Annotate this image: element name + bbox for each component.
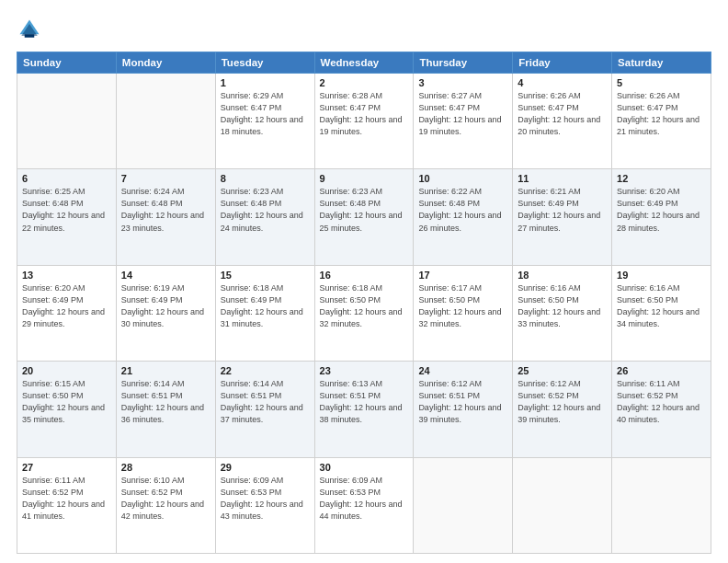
calendar-cell: 20Sunrise: 6:15 AMSunset: 6:50 PMDayligh… <box>17 362 117 457</box>
day-info: Sunrise: 6:27 AMSunset: 6:47 PMDaylight:… <box>418 90 507 138</box>
day-number: 2 <box>320 77 409 88</box>
day-info: Sunrise: 6:20 AMSunset: 6:49 PMDaylight:… <box>22 282 111 330</box>
weekday-header-sunday: Sunday <box>17 52 117 74</box>
calendar-cell: 17Sunrise: 6:17 AMSunset: 6:50 PMDayligh… <box>414 265 513 361</box>
day-number: 28 <box>121 462 210 473</box>
day-info: Sunrise: 6:11 AMSunset: 6:52 PMDaylight:… <box>617 378 706 426</box>
calendar-cell <box>612 457 711 553</box>
calendar-cell: 4Sunrise: 6:26 AMSunset: 6:47 PMDaylight… <box>513 74 612 169</box>
day-number: 30 <box>320 462 409 473</box>
day-number: 5 <box>617 77 706 88</box>
day-info: Sunrise: 6:16 AMSunset: 6:50 PMDaylight:… <box>617 282 706 330</box>
calendar-cell: 14Sunrise: 6:19 AMSunset: 6:49 PMDayligh… <box>116 265 215 361</box>
calendar-cell: 27Sunrise: 6:11 AMSunset: 6:52 PMDayligh… <box>17 457 117 553</box>
calendar-cell: 28Sunrise: 6:10 AMSunset: 6:52 PMDayligh… <box>116 457 215 553</box>
calendar-cell: 18Sunrise: 6:16 AMSunset: 6:50 PMDayligh… <box>513 265 612 361</box>
calendar-cell: 19Sunrise: 6:16 AMSunset: 6:50 PMDayligh… <box>612 265 711 361</box>
day-number: 1 <box>221 77 310 88</box>
calendar-cell <box>414 457 513 553</box>
calendar-cell: 7Sunrise: 6:24 AMSunset: 6:48 PMDaylight… <box>116 169 215 265</box>
header <box>17 17 711 42</box>
day-number: 11 <box>518 173 607 184</box>
day-info: Sunrise: 6:14 AMSunset: 6:51 PMDaylight:… <box>121 378 210 426</box>
day-info: Sunrise: 6:24 AMSunset: 6:48 PMDaylight:… <box>121 186 210 234</box>
calendar-week-row: 20Sunrise: 6:15 AMSunset: 6:50 PMDayligh… <box>17 362 711 457</box>
calendar-cell: 3Sunrise: 6:27 AMSunset: 6:47 PMDaylight… <box>414 74 513 169</box>
day-number: 29 <box>221 462 310 473</box>
calendar-cell <box>513 457 612 553</box>
day-info: Sunrise: 6:26 AMSunset: 6:47 PMDaylight:… <box>518 90 607 138</box>
day-info: Sunrise: 6:19 AMSunset: 6:49 PMDaylight:… <box>121 282 210 330</box>
day-info: Sunrise: 6:28 AMSunset: 6:47 PMDaylight:… <box>320 90 409 138</box>
calendar-cell: 10Sunrise: 6:22 AMSunset: 6:48 PMDayligh… <box>414 169 513 265</box>
day-info: Sunrise: 6:18 AMSunset: 6:49 PMDaylight:… <box>221 282 310 330</box>
day-info: Sunrise: 6:12 AMSunset: 6:52 PMDaylight:… <box>518 378 607 426</box>
day-number: 23 <box>320 365 409 376</box>
day-number: 17 <box>418 270 507 281</box>
day-number: 16 <box>320 270 409 281</box>
day-info: Sunrise: 6:20 AMSunset: 6:49 PMDaylight:… <box>617 186 706 234</box>
day-info: Sunrise: 6:12 AMSunset: 6:51 PMDaylight:… <box>418 378 507 426</box>
calendar-cell <box>116 74 215 169</box>
day-info: Sunrise: 6:16 AMSunset: 6:50 PMDaylight:… <box>518 282 607 330</box>
day-info: Sunrise: 6:18 AMSunset: 6:50 PMDaylight:… <box>320 282 409 330</box>
day-info: Sunrise: 6:29 AMSunset: 6:47 PMDaylight:… <box>221 90 310 138</box>
day-info: Sunrise: 6:13 AMSunset: 6:51 PMDaylight:… <box>320 378 409 426</box>
calendar-cell: 8Sunrise: 6:23 AMSunset: 6:48 PMDaylight… <box>215 169 314 265</box>
day-number: 19 <box>617 270 706 281</box>
calendar-cell <box>17 74 117 169</box>
calendar-cell: 26Sunrise: 6:11 AMSunset: 6:52 PMDayligh… <box>612 362 711 457</box>
calendar-cell: 29Sunrise: 6:09 AMSunset: 6:53 PMDayligh… <box>215 457 314 553</box>
day-info: Sunrise: 6:14 AMSunset: 6:51 PMDaylight:… <box>221 378 310 426</box>
svg-rect-2 <box>25 34 35 38</box>
weekday-header-thursday: Thursday <box>414 52 513 74</box>
day-info: Sunrise: 6:25 AMSunset: 6:48 PMDaylight:… <box>22 186 111 234</box>
day-number: 22 <box>221 365 310 376</box>
calendar-cell: 16Sunrise: 6:18 AMSunset: 6:50 PMDayligh… <box>314 265 414 361</box>
calendar-cell: 1Sunrise: 6:29 AMSunset: 6:47 PMDaylight… <box>215 74 314 169</box>
day-number: 12 <box>617 173 706 184</box>
calendar-cell: 2Sunrise: 6:28 AMSunset: 6:47 PMDaylight… <box>314 74 414 169</box>
day-info: Sunrise: 6:23 AMSunset: 6:48 PMDaylight:… <box>320 186 409 234</box>
calendar-cell: 23Sunrise: 6:13 AMSunset: 6:51 PMDayligh… <box>314 362 414 457</box>
day-number: 9 <box>320 173 409 184</box>
day-info: Sunrise: 6:22 AMSunset: 6:48 PMDaylight:… <box>418 186 507 234</box>
day-info: Sunrise: 6:23 AMSunset: 6:48 PMDaylight:… <box>221 186 310 234</box>
calendar-cell: 9Sunrise: 6:23 AMSunset: 6:48 PMDaylight… <box>314 169 414 265</box>
weekday-header-row: SundayMondayTuesdayWednesdayThursdayFrid… <box>17 52 711 74</box>
calendar-week-row: 6Sunrise: 6:25 AMSunset: 6:48 PMDaylight… <box>17 169 711 265</box>
day-info: Sunrise: 6:26 AMSunset: 6:47 PMDaylight:… <box>617 90 706 138</box>
page: SundayMondayTuesdayWednesdayThursdayFrid… <box>0 0 728 563</box>
calendar-cell: 22Sunrise: 6:14 AMSunset: 6:51 PMDayligh… <box>215 362 314 457</box>
day-number: 27 <box>22 462 111 473</box>
weekday-header-wednesday: Wednesday <box>314 52 414 74</box>
day-number: 10 <box>418 173 507 184</box>
logo-icon <box>17 17 42 42</box>
weekday-header-tuesday: Tuesday <box>215 52 314 74</box>
calendar-cell: 6Sunrise: 6:25 AMSunset: 6:48 PMDaylight… <box>17 169 117 265</box>
day-number: 8 <box>221 173 310 184</box>
day-number: 21 <box>121 365 210 376</box>
calendar-cell: 12Sunrise: 6:20 AMSunset: 6:49 PMDayligh… <box>612 169 711 265</box>
day-number: 20 <box>22 365 111 376</box>
day-number: 3 <box>418 77 507 88</box>
day-info: Sunrise: 6:21 AMSunset: 6:49 PMDaylight:… <box>518 186 607 234</box>
day-number: 25 <box>518 365 607 376</box>
day-number: 4 <box>518 77 607 88</box>
day-number: 18 <box>518 270 607 281</box>
day-number: 26 <box>617 365 706 376</box>
day-number: 6 <box>22 173 111 184</box>
weekday-header-monday: Monday <box>116 52 215 74</box>
calendar-week-row: 1Sunrise: 6:29 AMSunset: 6:47 PMDaylight… <box>17 74 711 169</box>
day-number: 24 <box>418 365 507 376</box>
calendar-cell: 24Sunrise: 6:12 AMSunset: 6:51 PMDayligh… <box>414 362 513 457</box>
calendar-cell: 21Sunrise: 6:14 AMSunset: 6:51 PMDayligh… <box>116 362 215 457</box>
weekday-header-friday: Friday <box>513 52 612 74</box>
calendar-cell: 15Sunrise: 6:18 AMSunset: 6:49 PMDayligh… <box>215 265 314 361</box>
day-number: 15 <box>221 270 310 281</box>
calendar-cell: 13Sunrise: 6:20 AMSunset: 6:49 PMDayligh… <box>17 265 117 361</box>
day-info: Sunrise: 6:10 AMSunset: 6:52 PMDaylight:… <box>121 475 210 523</box>
day-info: Sunrise: 6:11 AMSunset: 6:52 PMDaylight:… <box>22 475 111 523</box>
day-number: 7 <box>121 173 210 184</box>
logo <box>17 17 46 42</box>
